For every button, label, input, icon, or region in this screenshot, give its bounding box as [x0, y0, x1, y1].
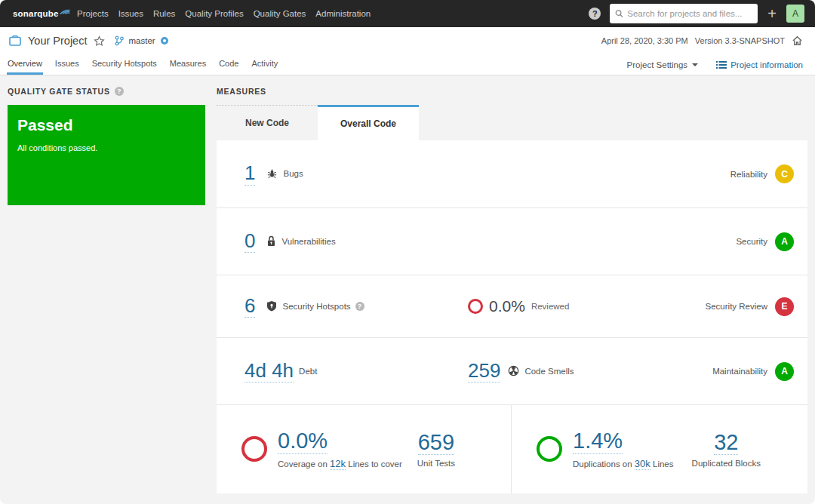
code-smells-group: 259 Code Smells [468, 360, 574, 383]
security-hotspots-group: 6 Security Hotspots ? [244, 295, 364, 318]
debt-value[interactable]: 4d 4h [244, 360, 294, 383]
tab-security-hotspots[interactable]: Security Hotspots [91, 54, 158, 75]
tab-overall-code[interactable]: Overall Code [318, 105, 419, 140]
maintainability-rating-badge[interactable]: A [775, 362, 794, 381]
vulnerabilities-label[interactable]: Vulnerabilities [281, 237, 335, 246]
measure-row-vulnerabilities: 0 Vulnerabilities Security A [217, 208, 807, 275]
home-icon[interactable] [792, 35, 803, 46]
tab-overview[interactable]: Overview [7, 54, 43, 75]
bugs-label[interactable]: Bugs [283, 169, 303, 178]
tab-measures[interactable]: Measures [169, 54, 207, 75]
duplications-main: 1.4% Duplications on 30k Lines [537, 429, 674, 469]
list-icon [716, 60, 727, 69]
security-hotspots-help-icon[interactable]: ? [355, 302, 364, 311]
coverage-desc-post: Lines to cover [348, 459, 402, 469]
reviewed-label: Reviewed [531, 302, 570, 311]
shield-icon [266, 300, 277, 312]
duplications-percent[interactable]: 1.4% [573, 429, 623, 454]
bug-icon [266, 168, 278, 180]
reviewed-percent: 0.0% [489, 297, 525, 315]
quality-gate-status: Passed [17, 116, 195, 134]
quality-gate-title-text: QUALITY GATE STATUS [8, 87, 110, 96]
bugs-count[interactable]: 1 [244, 162, 255, 185]
help-icon[interactable]: ? [589, 8, 601, 20]
analysis-date: April 28, 2020, 3:30 PM [601, 36, 688, 45]
measures-panel: 1 Bugs Reliability C 0 Vulnerabilities [217, 140, 807, 493]
project-information-label: Project information [730, 60, 803, 69]
debt-group: 4d 4h Debt [244, 360, 317, 383]
maintainability-label: Maintainability [712, 367, 767, 376]
code-smells-count[interactable]: 259 [468, 360, 500, 383]
branch-info-icon[interactable] [160, 36, 169, 45]
favorite-star-icon[interactable] [94, 35, 105, 47]
top-nav-right: ? + A [589, 4, 804, 23]
measure-row-security-hotspots: 6 Security Hotspots ? 0.0% Reviewed Secu… [217, 275, 807, 338]
duplications-desc-post: Lines [653, 459, 674, 469]
nav-projects[interactable]: Projects [77, 9, 109, 18]
nav-issues[interactable]: Issues [118, 9, 143, 18]
nav-administration[interactable]: Administration [315, 9, 371, 18]
reliability-rating: Reliability C [730, 164, 794, 183]
sonarqube-app: sonarqube Projects Issues Rules Quality … [0, 0, 815, 504]
quality-gate-section: QUALITY GATE STATUS ? Passed All conditi… [8, 86, 205, 205]
nav-quality-gates[interactable]: Quality Gates [254, 9, 306, 18]
avatar[interactable]: A [786, 5, 804, 23]
coverage-desc: Coverage on 12k Lines to cover [278, 458, 402, 469]
measure-row-bugs: 1 Bugs Reliability C [217, 140, 807, 208]
branch-selector[interactable]: master [115, 35, 168, 46]
measure-row-footer: 0.0% Coverage on 12k Lines to cover 659 … [217, 405, 807, 493]
global-search[interactable] [610, 4, 758, 23]
project-information-button[interactable]: Project information [716, 60, 803, 69]
reliability-rating-badge[interactable]: C [775, 164, 794, 183]
coverage-lines-link[interactable]: 12k [330, 458, 346, 470]
maintainability-rating: Maintainability A [712, 362, 794, 381]
nav-quality-profiles[interactable]: Quality Profiles [185, 9, 243, 18]
tab-activity[interactable]: Activity [251, 54, 278, 75]
duplicated-blocks-label: Duplicated Blocks [692, 459, 761, 468]
security-hotspots-label[interactable]: Security Hotspots [282, 302, 350, 311]
nav-rules[interactable]: Rules [153, 9, 175, 18]
coverage-main: 0.0% Coverage on 12k Lines to cover [241, 429, 402, 469]
code-smells-label[interactable]: Code Smells [524, 367, 574, 376]
security-hotspots-count[interactable]: 6 [244, 295, 255, 318]
security-review-rating: Security Review E [706, 297, 794, 316]
vulnerabilities-group: 0 Vulnerabilities [244, 230, 336, 253]
search-icon [615, 9, 623, 18]
unit-tests-group: 659 Unit Tests [417, 431, 455, 469]
tab-code[interactable]: Code [218, 54, 239, 75]
debt-label[interactable]: Debt [299, 367, 317, 376]
analysis-meta: April 28, 2020, 3:30 PM Version 3.3-SNAP… [601, 35, 803, 46]
security-review-rating-badge[interactable]: E [775, 297, 794, 316]
project-header: Your Project master April 28, 2020, 3:30… [0, 27, 815, 54]
duplicated-blocks-count[interactable]: 32 [714, 431, 738, 456]
analysis-version: Version 3.3-SNAPSHOT [695, 36, 785, 45]
duplications-lines-link[interactable]: 30k [635, 458, 650, 470]
coverage-cell: 0.0% Coverage on 12k Lines to cover 659 … [217, 405, 512, 493]
tab-issues[interactable]: Issues [54, 54, 80, 75]
project-settings-menu[interactable]: Project Settings [627, 60, 699, 69]
project-tabs: Overview Issues Security Hotspots Measur… [0, 54, 815, 75]
quality-gate-help-icon[interactable]: ? [115, 87, 124, 96]
vulnerabilities-count[interactable]: 0 [244, 230, 255, 253]
measure-row-maintainability: 4d 4h Debt 259 Code Smells Maintainabili… [217, 338, 807, 405]
branch-name: master [128, 36, 155, 45]
search-input[interactable] [627, 9, 752, 18]
duplications-ring-icon [537, 436, 562, 462]
security-review-label: Security Review [706, 302, 767, 311]
reviewed-ring-icon [468, 299, 483, 314]
coverage-desc-pre: Coverage on [278, 459, 328, 469]
logo-text: sonarqube [13, 9, 59, 18]
add-button[interactable]: + [767, 6, 777, 21]
top-nav-links: Projects Issues Rules Quality Profiles Q… [72, 9, 376, 18]
duplications-cell: 1.4% Duplications on 30k Lines 32 Duplic… [512, 405, 807, 493]
unit-tests-label: Unit Tests [417, 459, 455, 468]
coverage-percent[interactable]: 0.0% [278, 429, 328, 454]
project-name[interactable]: Your Project [28, 35, 87, 47]
security-rating-badge[interactable]: A [775, 232, 794, 251]
sonarqube-logo[interactable]: sonarqube [13, 9, 70, 18]
quality-gate-status-box: Passed All conditions passed. [8, 105, 205, 205]
duplications-desc-pre: Duplications on [573, 459, 632, 469]
logo-swoosh-icon [60, 8, 70, 16]
unit-tests-count[interactable]: 659 [418, 431, 454, 456]
tab-new-code[interactable]: New Code [217, 105, 318, 140]
